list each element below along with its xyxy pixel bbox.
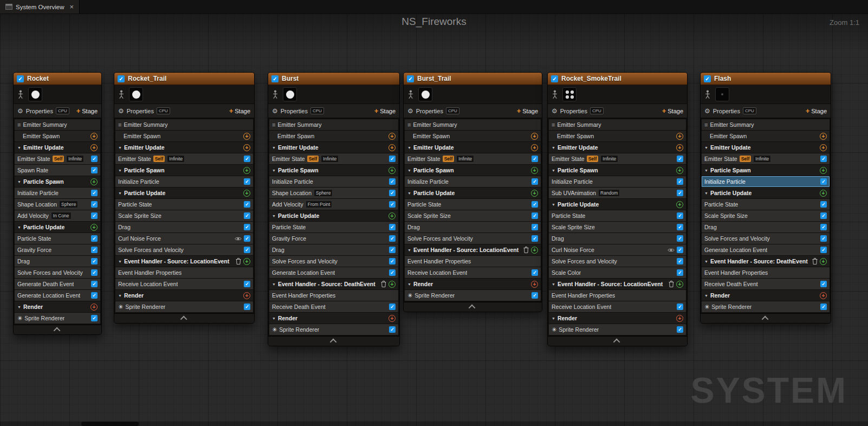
module-enabled-checkbox[interactable]: ✓	[820, 212, 827, 219]
collapse-button[interactable]	[701, 313, 831, 323]
tab-system-overview[interactable]: System Overview ×	[0, 0, 80, 14]
add-stage-button[interactable]: +Stage	[374, 107, 396, 114]
add-module-button[interactable]: +	[90, 178, 98, 185]
module-row[interactable]: Particle State✓	[115, 199, 253, 210]
module-enabled-checkbox[interactable]: ✓	[389, 269, 396, 276]
stage-section-row[interactable]: ▼Particle Update+	[702, 188, 830, 198]
module-row[interactable]: Solve Forces and Velocity✓	[115, 244, 253, 255]
add-module-button[interactable]: +	[243, 292, 250, 299]
emitter-thumbnail[interactable]	[562, 87, 576, 101]
module-enabled-checkbox[interactable]: ✓	[677, 178, 683, 185]
chevron-down-icon[interactable]: ▼	[17, 180, 21, 184]
emitter-summary-row[interactable]: ≡Emitter Summary	[15, 119, 100, 130]
module-row[interactable]: Scale Sprite Size✓	[549, 222, 686, 233]
add-module-button[interactable]: +	[243, 133, 250, 140]
stage-row[interactable]: Emitter Spawn+	[15, 131, 100, 141]
module-enabled-checkbox[interactable]: ✓	[532, 156, 538, 162]
stage-section-row[interactable]: ▼Render+	[549, 313, 686, 324]
add-module-button[interactable]: +	[676, 167, 683, 174]
module-row[interactable]: Shape LocationSphere✓	[15, 199, 100, 210]
chevron-down-icon[interactable]: ▼	[17, 305, 21, 309]
chevron-down-icon[interactable]: ▼	[407, 169, 411, 172]
properties-row[interactable]: ⚙PropertiesCPU+Stage	[14, 104, 101, 118]
module-enabled-checkbox[interactable]: ✓	[677, 235, 683, 242]
module-row[interactable]: ✳Sprite Renderer✓	[702, 301, 830, 312]
module-enabled-checkbox[interactable]: ✓	[91, 258, 98, 264]
stage-section-row[interactable]: ▼Emitter Update+	[115, 142, 253, 153]
module-row[interactable]: ✳Sprite Renderer✓	[115, 301, 253, 312]
module-row[interactable]: Solve Forces and Velocity✓	[405, 233, 541, 244]
module-row[interactable]: Initialize Particle✓	[15, 188, 100, 198]
add-module-button[interactable]: +	[243, 167, 250, 174]
emitter-enabled-checkbox[interactable]: ✓	[407, 75, 414, 82]
module-row[interactable]: Emitter StateSelfInfinite✓	[269, 153, 398, 164]
chevron-down-icon[interactable]: ▼	[118, 260, 122, 263]
chevron-down-icon[interactable]: ▼	[552, 146, 555, 150]
module-enabled-checkbox[interactable]: ✓	[532, 224, 538, 230]
module-row[interactable]: Solve Forces and Velocity✓	[702, 233, 830, 244]
module-row[interactable]: Initialize Particle✓	[405, 176, 541, 187]
add-module-button[interactable]: +	[676, 133, 683, 140]
chevron-down-icon[interactable]: ▼	[552, 317, 555, 320]
module-enabled-checkbox[interactable]: ✓	[820, 281, 827, 287]
properties-row[interactable]: ⚙PropertiesCPU+Stage	[114, 104, 254, 118]
chevron-down-icon[interactable]: ▼	[407, 146, 411, 150]
module-enabled-checkbox[interactable]: ✓	[389, 247, 396, 253]
emitter-thumbnail[interactable]	[715, 87, 729, 101]
emitter-enabled-checkbox[interactable]: ✓	[118, 75, 125, 82]
module-enabled-checkbox[interactable]: ✓	[532, 201, 538, 208]
stage-section-row[interactable]: ▼Emitter Update+	[269, 142, 398, 153]
add-module-button[interactable]: +	[388, 167, 396, 174]
module-enabled-checkbox[interactable]: ✓	[91, 247, 98, 253]
module-enabled-checkbox[interactable]: ✓	[389, 258, 396, 264]
module-row[interactable]: Initialize Particle✓	[269, 176, 398, 187]
module-row[interactable]: Gravity Force✓	[15, 244, 100, 255]
add-module-button[interactable]: +	[676, 315, 683, 322]
add-module-button[interactable]: +	[243, 258, 250, 265]
chevron-down-icon[interactable]: ▼	[272, 146, 276, 150]
module-row[interactable]: Receive Death Event✓	[702, 279, 830, 289]
module-enabled-checkbox[interactable]: ✓	[677, 304, 683, 310]
emitter-header[interactable]: ✓Flash	[701, 73, 831, 85]
module-enabled-checkbox[interactable]: ✓	[91, 156, 98, 162]
module-row[interactable]: Add VelocityIn Cone✓	[15, 210, 100, 221]
module-row[interactable]: Particle State✓	[405, 199, 541, 210]
module-enabled-checkbox[interactable]: ✓	[91, 190, 98, 196]
stage-row[interactable]: Emitter Spawn+	[702, 131, 830, 141]
collapse-button[interactable]	[548, 336, 687, 346]
module-row[interactable]: Receive Death Event✓	[269, 301, 398, 312]
module-row[interactable]: Emitter StateSelfInfinite✓	[405, 153, 541, 164]
module-row[interactable]: Particle State✓	[702, 199, 830, 210]
module-row[interactable]: Event Handler Properties	[269, 290, 398, 301]
stage-row[interactable]: Emitter Spawn+	[115, 131, 253, 141]
horizontal-scrollbar-thumb[interactable]	[81, 422, 139, 426]
module-row[interactable]: Generate Location Event✓	[702, 244, 830, 255]
emitter-enabled-checkbox[interactable]: ✓	[17, 75, 24, 82]
stage-section-row[interactable]: ▼Particle Spawn+	[702, 165, 830, 176]
module-row[interactable]: Event Handler Properties	[115, 267, 253, 278]
module-row[interactable]: Receive Location Event✓	[115, 279, 253, 289]
chevron-down-icon[interactable]: ▼	[272, 169, 276, 172]
module-enabled-checkbox[interactable]: ✓	[677, 224, 683, 230]
module-row[interactable]: Initialize Particle✓	[115, 176, 253, 187]
module-enabled-checkbox[interactable]: ✓	[677, 326, 683, 333]
add-module-button[interactable]: +	[820, 190, 827, 197]
add-stage-button[interactable]: +Stage	[229, 107, 250, 114]
module-enabled-checkbox[interactable]: ✓	[244, 235, 250, 242]
add-module-button[interactable]: +	[676, 201, 683, 208]
module-row[interactable]: Shape LocationSphere✓	[269, 188, 398, 198]
module-row[interactable]: Scale Color✓	[549, 267, 686, 278]
chevron-down-icon[interactable]: ▼	[407, 248, 411, 252]
emitter-enabled-checkbox[interactable]: ✓	[271, 75, 278, 82]
add-module-button[interactable]: +	[820, 258, 827, 265]
chevron-down-icon[interactable]: ▼	[407, 191, 411, 195]
add-module-button[interactable]: +	[388, 144, 396, 151]
add-module-button[interactable]: +	[243, 144, 250, 151]
module-row[interactable]: Generate Location Event✓	[15, 290, 100, 301]
stage-section-row[interactable]: ▼Render+	[15, 301, 100, 312]
collapse-button[interactable]	[404, 302, 542, 312]
add-module-button[interactable]: +	[820, 167, 827, 174]
module-row[interactable]: Event Handler Properties	[405, 256, 541, 267]
module-row[interactable]: Drag✓	[702, 222, 830, 233]
module-enabled-checkbox[interactable]: ✓	[91, 315, 98, 321]
